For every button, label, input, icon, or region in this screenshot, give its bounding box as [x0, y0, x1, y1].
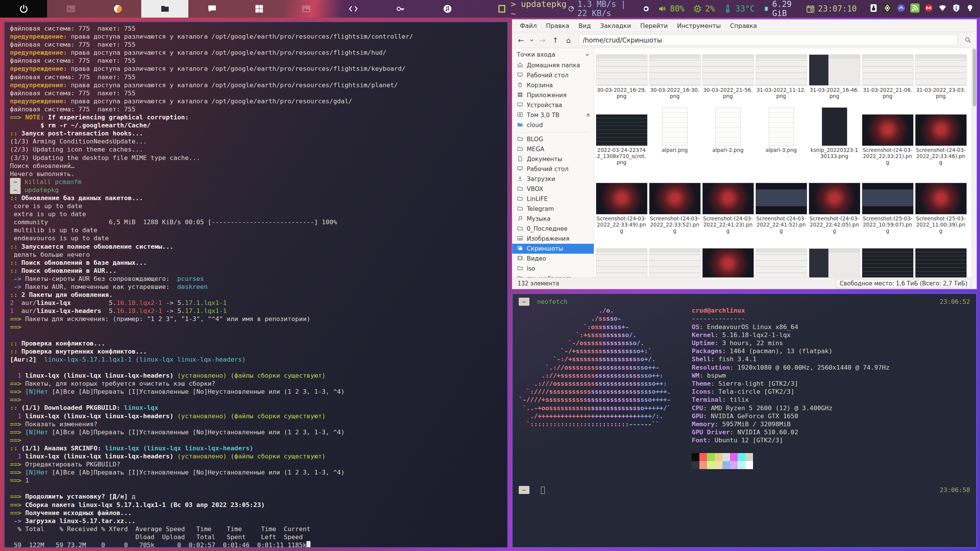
temperature-module[interactable]: 33°C	[723, 4, 755, 13]
file-item[interactable]: alpari-3.png	[755, 99, 808, 165]
sidebar-item-приложения[interactable]: Приложения	[512, 90, 594, 100]
panel-music-icon[interactable]	[424, 0, 471, 18]
terminal-window-neofetch[interactable]: ~ neofetch 23:06:52 ./o. ./sssso- `:osss…	[512, 293, 977, 548]
sidebar-item-0-последнее[interactable]: 0_Последнее	[512, 224, 594, 234]
panel-key-icon[interactable]	[377, 0, 424, 18]
sidebar-item-vbox[interactable]: VBOX	[512, 184, 594, 194]
panel-firefox-icon[interactable]	[94, 0, 141, 18]
sidebar-item-рабочий-стол[interactable]: Рабочий стол	[512, 70, 594, 80]
bulb-icon[interactable]	[965, 3, 975, 15]
sidebar-item-том-3-0-тв[interactable]: Том 3,0 ТВ	[512, 110, 594, 120]
file-thumbnail	[822, 108, 847, 146]
file-item[interactable]	[595, 234, 648, 277]
menu-item-Вид[interactable]: Вид	[575, 21, 595, 31]
file-item[interactable]	[861, 234, 914, 277]
rss-icon[interactable]	[910, 3, 920, 15]
file-item[interactable]: Screenshot-(24-03-2022_22:33:21).png	[861, 99, 914, 165]
torch-icon[interactable]	[869, 3, 878, 15]
history-dropdown-icon[interactable]	[528, 34, 535, 46]
file-thumbnail	[756, 183, 807, 214]
sidebar-item-my-wallpapers[interactable]: my_wallpapers	[512, 274, 594, 277]
volume-module[interactable]: 80%	[658, 4, 684, 13]
sidebar-item-blog[interactable]: BLOG	[512, 134, 594, 144]
globe-icon[interactable]	[643, 4, 649, 13]
sidebar-item-домашняя-папка[interactable]: Домашняя папка	[512, 60, 594, 70]
sidebar-item-корзина[interactable]: Корзина	[512, 80, 594, 90]
ornament-icon[interactable]	[883, 3, 892, 15]
sidebar-item-видео[interactable]: Видео	[512, 254, 594, 264]
menu-item-Инструменты[interactable]: Инструменты	[673, 21, 725, 31]
file-item[interactable]: alpari.png	[648, 99, 701, 165]
menu-item-Правка[interactable]: Правка	[542, 21, 573, 31]
sidebar-item-рабочий-стол[interactable]: Рабочий стол	[512, 164, 594, 174]
file-item[interactable]: Screenshot-(24-03-2022_22:42:05).png	[808, 165, 861, 234]
panel-image-icon[interactable]	[283, 0, 330, 18]
sidebar-item-cloud[interactable]: cloud	[512, 120, 594, 130]
places-header[interactable]: Точки входа	[512, 50, 594, 60]
file-item[interactable]: 30-03-2022_16-29.png	[595, 49, 648, 99]
sidebar-item-linlife[interactable]: LinLIFE	[512, 194, 594, 204]
panel-code-icon[interactable]	[330, 0, 377, 18]
file-item[interactable]: Screenshot-(24-03-2022_22:33:49).png	[595, 165, 648, 234]
shield-info-icon[interactable]	[952, 3, 961, 15]
file-item[interactable]: Screenshot-(24-03-2022_22:33:46).png	[914, 99, 967, 165]
mega-icon[interactable]	[924, 3, 933, 15]
sidebar-item-устройства[interactable]: Устройства	[512, 100, 594, 110]
scrollbar[interactable]	[972, 48, 977, 277]
sidebar-item-telegram[interactable]: Telegram	[512, 204, 594, 214]
sidebar-item-скриншоты[interactable]: Скриншоты	[512, 244, 594, 254]
panel-power-icon[interactable]	[0, 0, 47, 18]
panel-terminal-icon[interactable]	[47, 0, 94, 18]
file-item[interactable]	[755, 234, 808, 277]
scrollbar-thumb[interactable]	[973, 49, 976, 106]
search-icon[interactable]	[962, 34, 973, 46]
file-item[interactable]: 31-03-2022_23-03.png	[914, 49, 967, 99]
file-item[interactable]: Screenshot-(24-03-2022_22:33:52).png	[648, 165, 701, 234]
sidebar-item-загрузки[interactable]: Загрузки	[512, 174, 594, 184]
file-item[interactable]: Screenshot-(24-03-2022_22:41:52).png	[755, 165, 808, 234]
panel-windows-icon[interactable]	[235, 0, 283, 18]
file-item[interactable]: 30-03-2022_21-56.png	[701, 49, 755, 99]
file-item[interactable]: Screenshot-(24-03-2022_22:41:23).png	[701, 165, 755, 234]
memory-module[interactable]: 6.29 GiB	[763, 0, 797, 18]
forward-button[interactable]: →	[537, 34, 548, 46]
panel-files-icon[interactable]	[141, 0, 188, 18]
clock-module[interactable]: 23:07:10	[806, 4, 857, 13]
sidebar-item-изображения[interactable]: Изображения	[512, 234, 594, 244]
file-item[interactable]: 30-03-2022_16-30.png	[648, 49, 701, 99]
file-item[interactable]: ksnip_20220323-130133.png	[808, 99, 861, 165]
file-item[interactable]	[648, 234, 701, 277]
back-button[interactable]: ←	[515, 34, 527, 46]
terminal-line: ==> Показать изменения?	[10, 420, 502, 428]
sidebar-item-музыка[interactable]: Музыка	[512, 214, 594, 224]
file-item[interactable]: 31-03-2022_21-08.png	[861, 49, 914, 99]
menu-item-Справка[interactable]: Справка	[726, 21, 761, 31]
home-button[interactable]: ⌂	[563, 34, 574, 46]
file-item[interactable]: 31-03-2022_11-12.png	[755, 49, 808, 99]
eject-icon[interactable]	[585, 111, 591, 119]
sidebar-item-документы[interactable]: Документы	[512, 154, 594, 164]
file-item[interactable]	[914, 234, 967, 277]
menu-item-Файл[interactable]: Файл	[516, 21, 541, 31]
file-item[interactable]	[808, 234, 861, 277]
panel-chat-icon[interactable]	[188, 0, 235, 18]
terminal-window-updatepkg[interactable]: файловая система: 775 пакет: 755предупре…	[4, 21, 508, 548]
sidebar-item-iso[interactable]: iso	[512, 264, 594, 274]
file-item[interactable]: 2022-03-24-223742_1308x710_scrot.png	[595, 99, 648, 165]
terminal-line: ==> NOTE: If experiencing graphical corr…	[10, 113, 502, 121]
file-item[interactable]	[701, 234, 755, 277]
arrow-up-icon[interactable]	[897, 3, 906, 15]
path-input[interactable]	[579, 34, 957, 46]
menu-item-Закладки[interactable]: Закладки	[596, 21, 635, 31]
file-item[interactable]: Screenshot-(25-03-2022_11:00:39).png	[914, 165, 967, 234]
file-item[interactable]: Screenshot-(25-03-2022_10:59:07).png	[861, 165, 914, 234]
wifi-icon[interactable]	[938, 3, 947, 15]
menu-item-Перейти[interactable]: Перейти	[636, 21, 671, 31]
file-item[interactable]: 31-03-2022_16-46.png	[808, 49, 861, 99]
file-item[interactable]: alpari-2.png	[701, 99, 755, 165]
up-button[interactable]: ↑	[550, 34, 561, 46]
sidebar-item-mega[interactable]: MEGA	[512, 144, 594, 154]
sidebar-item-label: LinLIFE	[527, 196, 548, 202]
network-speed-module[interactable]: 1.3 MB/s | 22 KB/s	[568, 0, 635, 18]
cpu-module[interactable]: 2%	[693, 4, 715, 13]
